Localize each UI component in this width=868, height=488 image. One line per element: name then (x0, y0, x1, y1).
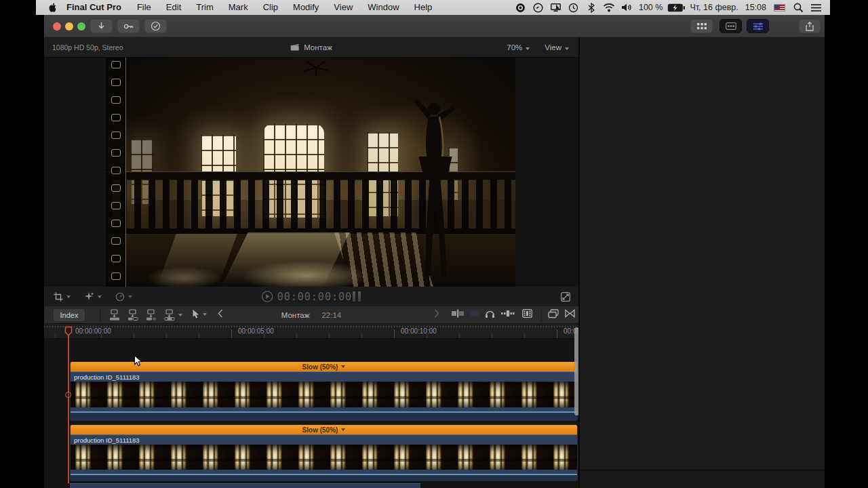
chevron-down-icon (128, 296, 132, 298)
notification-center-icon[interactable] (807, 0, 825, 15)
timeline-toggle-button[interactable] (719, 19, 742, 33)
skimming-icon[interactable] (501, 309, 515, 318)
ruler-tick-0s: 00:00:00:00 (75, 327, 111, 335)
viewer-view-dropdown[interactable]: View (545, 43, 569, 52)
ruler-tick-5s: 00:00:05:00 (238, 327, 274, 335)
import-media-button[interactable] (90, 19, 113, 33)
window-title-bar (44, 15, 825, 37)
timeline-toolbar: Index Монтаж 22:14 (44, 306, 578, 324)
clip-name: production ID_5111183 (71, 371, 577, 382)
snapping-filmstrip-icon[interactable] (522, 309, 532, 318)
ceiling-crack (302, 59, 330, 77)
right-empty-panel (578, 37, 825, 488)
film-strip-overlay (106, 58, 126, 287)
volume-icon[interactable] (618, 0, 635, 15)
keyword-editor-button[interactable] (117, 19, 140, 33)
clapperboard-icon (290, 43, 299, 51)
macos-menu-bar: Final Cut Pro File Edit Trim Mark Clip M… (36, 0, 830, 15)
wifi-icon[interactable] (600, 0, 618, 15)
record-status-icon[interactable] (512, 0, 530, 15)
clip-audio-waveform (71, 407, 577, 420)
minimize-window-button[interactable] (65, 22, 73, 30)
index-button[interactable]: Index (54, 309, 85, 321)
menu-file[interactable]: File (130, 0, 159, 15)
chevron-down-icon (66, 296, 71, 298)
current-timecode: 00:00:00:00 (277, 291, 352, 303)
expand-viewer-button[interactable] (561, 292, 570, 302)
playhead-keyframe-handle[interactable] (65, 392, 71, 398)
audio-skimming-icon[interactable] (470, 309, 479, 318)
clip-audio-waveform (71, 470, 577, 481)
crop-tool-button[interactable] (54, 292, 71, 302)
next-clip-partial[interactable] (70, 483, 420, 488)
enhance-tool-button[interactable] (84, 291, 102, 302)
creative-cloud-icon[interactable] (530, 0, 547, 15)
timeline-duration: 22:14 (321, 311, 341, 319)
dancer-silhouette (410, 97, 464, 281)
bluetooth-icon[interactable] (583, 0, 600, 15)
viewer-header: 1080p HD 50p, Stereo Монтаж 70% View (44, 37, 578, 58)
connect-edit-button[interactable] (109, 309, 120, 321)
chevron-down-icon (565, 47, 569, 50)
viewer-pane: 1080p HD 50p, Stereo Монтаж 70% View (44, 37, 578, 306)
trim-indicator-icon[interactable] (451, 309, 465, 318)
solo-headphones-icon[interactable] (485, 309, 495, 319)
menubar-time[interactable]: 15:08 (742, 3, 770, 12)
menu-mark[interactable]: Mark (221, 0, 256, 15)
screen: Final Cut Pro File Edit Trim Mark Clip M… (0, 0, 868, 488)
chevron-down-icon (203, 313, 207, 316)
duplicate-timeline-icon[interactable] (548, 309, 559, 319)
chevron-down-icon (341, 428, 345, 431)
append-edit-button[interactable] (146, 309, 157, 321)
audio-meters[interactable] (353, 291, 361, 302)
retime-bar[interactable]: Slow (50%) (71, 362, 577, 371)
input-language-flag-icon[interactable] (774, 4, 785, 12)
menu-app-name[interactable]: Final Cut Pro (58, 0, 130, 15)
timeline-project-title[interactable]: Монтаж (281, 311, 310, 319)
timeline-forward-button[interactable] (434, 309, 439, 318)
bowtie-snapping-icon[interactable] (565, 309, 575, 318)
menu-window[interactable]: Window (360, 0, 406, 15)
menu-trim[interactable]: Trim (189, 0, 221, 15)
timeline-clip-2[interactable]: Slow (50%) production ID_5111183 (70, 424, 578, 481)
overwrite-edit-button[interactable] (164, 309, 182, 321)
play-button[interactable] (262, 291, 273, 302)
menu-modify[interactable]: Modify (285, 0, 326, 15)
timeline-ruler[interactable]: 00:00:00:00 00:00:05:00 00:00:10:00 00:0… (44, 324, 578, 339)
chevron-down-icon (178, 314, 182, 317)
chevron-down-icon (526, 47, 530, 50)
retime-bar[interactable]: Slow (50%) (71, 425, 577, 434)
apple-menu-icon[interactable] (48, 3, 57, 13)
display-icon[interactable] (547, 0, 565, 15)
inspector-toggle-button[interactable] (747, 19, 769, 33)
timeline-back-button[interactable] (218, 309, 223, 318)
video-preview (106, 58, 515, 287)
clip-filmstrip (71, 445, 577, 470)
menu-edit[interactable]: Edit (159, 0, 189, 15)
timeline-clip-1[interactable]: Slow (50%) production ID_5111183 (70, 361, 578, 421)
time-machine-icon[interactable] (565, 0, 583, 15)
menu-view[interactable]: View (326, 0, 360, 15)
playhead[interactable] (68, 327, 69, 483)
spotlight-search-icon[interactable] (789, 0, 807, 15)
timeline-pane: 00:00:00:00 00:00:05:00 00:00:10:00 00:0… (44, 324, 578, 488)
retime-tool-button[interactable] (115, 292, 132, 302)
select-tool-button[interactable] (192, 309, 207, 319)
menubar-date[interactable]: Чт, 16 февр. (686, 3, 741, 12)
chevron-down-icon (98, 296, 102, 298)
insert-edit-button[interactable] (127, 309, 138, 321)
viewer-format-info: 1080p HD 50p, Stereo (52, 43, 123, 52)
background-tasks-button[interactable] (144, 19, 167, 33)
share-button[interactable] (799, 19, 821, 33)
zoom-window-button[interactable] (77, 22, 85, 30)
battery-percent: 100 % (635, 3, 666, 12)
close-window-button[interactable] (53, 22, 61, 30)
ruler-tick-10s: 00:00:10:00 (401, 327, 437, 335)
mouse-cursor (134, 354, 142, 367)
menu-clip[interactable]: Clip (256, 0, 285, 15)
browser-toggle-button[interactable] (690, 19, 713, 33)
playhead-marker[interactable] (64, 326, 73, 336)
viewer-zoom-dropdown[interactable]: 70% (507, 43, 530, 52)
clip-name: production ID_5111183 (71, 434, 577, 445)
menu-help[interactable]: Help (407, 0, 440, 15)
